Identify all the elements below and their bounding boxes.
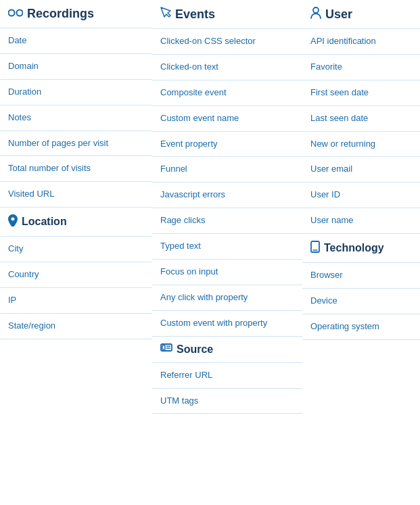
events-composite[interactable]: Composite event [152,80,302,106]
events-title: Events [175,7,215,22]
events-funnel[interactable]: Funnel [152,157,302,183]
user-favorite[interactable]: Favorite [302,55,420,80]
location-header: Location [0,208,152,237]
location-country[interactable]: Country [0,262,152,288]
technology-header: Technology [302,234,420,263]
recordings-date[interactable]: Date [0,28,152,54]
events-focus-input[interactable]: Focus on input [152,260,302,285]
user-id[interactable]: User ID [302,183,420,208]
tech-os[interactable]: Operating system [302,314,420,340]
location-title: Location [22,216,67,228]
user-title: User [325,7,352,22]
svg-point-1 [17,9,23,16]
events-typed-text[interactable]: Typed text [152,234,302,260]
user-last-seen[interactable]: Last seen date [302,106,420,132]
technology-title: Technology [324,242,384,254]
user-icon [310,7,321,22]
location-city[interactable]: City [0,237,152,262]
user-column: User API identification Favorite First s… [302,0,420,414]
events-header: Events [152,0,302,29]
recordings-notes[interactable]: Notes [0,105,152,131]
source-header: Source [152,337,302,363]
location-ip[interactable]: IP [0,288,152,314]
events-rage-clicks[interactable]: Rage clicks [152,208,302,234]
user-first-seen[interactable]: First seen date [302,80,420,106]
source-utm-tags[interactable]: UTM tags [152,389,302,414]
recordings-title: Recordings [27,7,94,21]
events-custom-name[interactable]: Custom event name [152,106,302,132]
tech-device[interactable]: Device [302,289,420,314]
events-column: Events Clicked-on CSS selector Clicked-o… [152,0,302,414]
tech-browser[interactable]: Browser [302,263,420,289]
source-referrer-url[interactable]: Referrer URL [152,363,302,389]
user-header: User [302,0,420,29]
user-api-id[interactable]: API identification [302,29,420,55]
recordings-duration[interactable]: Duration [0,80,152,105]
recordings-header: Recordings [0,0,152,28]
technology-icon [310,241,320,256]
recordings-pages-per-visit[interactable]: Number of pages per visit [0,131,152,157]
events-any-click[interactable]: Any click with property [152,285,302,311]
source-title: Source [177,343,213,356]
user-email[interactable]: User email [302,157,420,183]
events-clicked-text[interactable]: Clicked-on text [152,55,302,80]
svg-point-6 [313,7,319,13]
events-js-errors[interactable]: Javascript errors [152,183,302,208]
main-grid: Recordings Date Domain Duration Notes Nu… [0,0,420,414]
location-state-region[interactable]: State/region [0,314,152,339]
recordings-domain[interactable]: Domain [0,54,152,80]
recordings-visited-url[interactable]: Visited URL [0,182,152,208]
events-property[interactable]: Event property [152,132,302,158]
recordings-icon [8,8,23,20]
user-name[interactable]: User name [302,208,420,234]
cursor-icon [160,7,171,22]
recordings-total-visits[interactable]: Total number of visits [0,156,152,182]
recordings-column: Recordings Date Domain Duration Notes Nu… [0,0,152,414]
user-new-returning[interactable]: New or returning [302,132,420,158]
location-icon [8,214,18,229]
events-custom-event-property[interactable]: Custom event with property [152,311,302,337]
events-css-selector[interactable]: Clicked-on CSS selector [152,29,302,55]
svg-point-0 [9,9,15,16]
svg-rect-3 [162,345,165,350]
source-icon [160,343,172,356]
